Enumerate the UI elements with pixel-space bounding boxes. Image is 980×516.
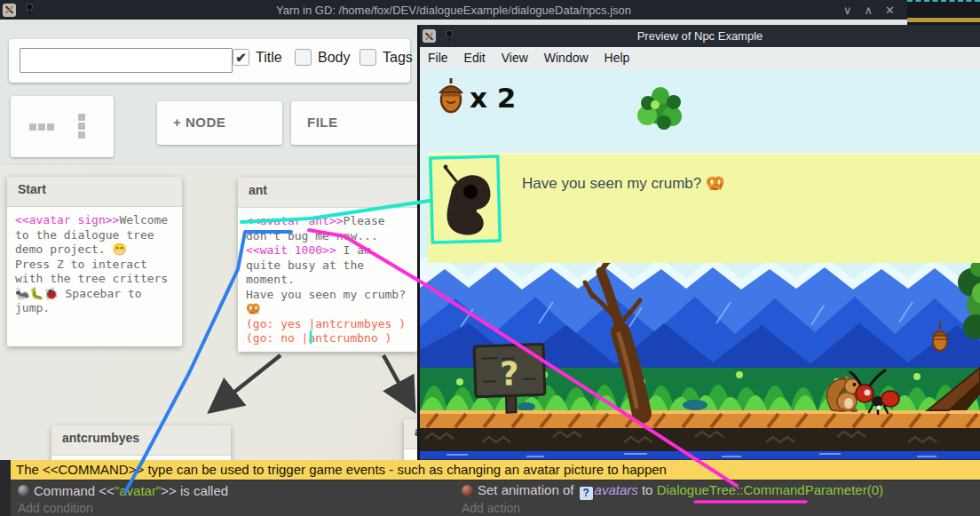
tags-checkbox-label: Tags bbox=[383, 50, 413, 66]
preview-window-title: Preview of Npc Example bbox=[420, 29, 980, 43]
action-icon bbox=[462, 485, 473, 496]
tags-checkbox[interactable] bbox=[360, 49, 376, 66]
layout-toggle-button[interactable] bbox=[11, 96, 114, 157]
dialogue-avatar-ant-head bbox=[442, 162, 497, 240]
action-row[interactable]: Set animation of ?avatars to DialogueTre… bbox=[454, 480, 980, 501]
add-action-button[interactable]: Add action bbox=[454, 501, 980, 516]
preview-window: Preview of Npc Example File Edit View Wi… bbox=[417, 25, 980, 516]
title-checkbox-label: Title bbox=[256, 50, 282, 66]
screen: Yarn in GD: /home/fox/DEV/dialogueExampl… bbox=[0, 0, 980, 516]
menu-window[interactable]: Window bbox=[536, 47, 597, 69]
menu-file[interactable]: File bbox=[420, 47, 456, 69]
event-gutter bbox=[0, 460, 11, 516]
background-window-highlight bbox=[907, 18, 980, 22]
node-antcrumbyes-title: antcrumbyes bbox=[51, 425, 231, 456]
horizontal-layout-icon bbox=[29, 123, 54, 131]
yarn-window-title: Yarn in GD: /home/fox/DEV/dialogueExampl… bbox=[0, 4, 907, 17]
game-viewport[interactable]: ? bbox=[420, 69, 980, 459]
search-input[interactable] bbox=[20, 48, 233, 73]
file-button[interactable]: FILE bbox=[291, 101, 419, 145]
body-checkbox[interactable] bbox=[295, 49, 312, 66]
filter-tags[interactable]: Tags bbox=[360, 49, 413, 66]
action-text: Set animation of ?avatars to DialogueTre… bbox=[478, 482, 883, 500]
hud-count-text: x 2 bbox=[470, 82, 516, 114]
node-start-body: <<avatar sign>>Welcometo the dialogue tr… bbox=[7, 207, 182, 322]
tooltip-bar: The <<COMMAND>> type can be used to trig… bbox=[11, 460, 980, 480]
minimize-button[interactable]: ∨ bbox=[843, 4, 852, 17]
add-node-button[interactable]: + NODE bbox=[157, 101, 282, 145]
background-window-sliver bbox=[907, 0, 980, 27]
ground bbox=[420, 410, 980, 459]
menu-help[interactable]: Help bbox=[597, 47, 638, 69]
body-checkbox-label: Body bbox=[318, 50, 350, 66]
menu-view[interactable]: View bbox=[494, 47, 536, 69]
condition-row[interactable]: Command <<"avatar">> is called bbox=[11, 480, 453, 501]
tooltip-text: The <<COMMAND>> type can be used to trig… bbox=[16, 462, 667, 477]
node-start[interactable]: Start <<avatar sign>>Welcometo the dialo… bbox=[7, 177, 182, 346]
node-ant-title: ant bbox=[238, 178, 417, 208]
question-icon: ? bbox=[580, 487, 593, 500]
event-action-column: Set animation of ?avatars to DialogueTre… bbox=[454, 480, 980, 516]
vertical-layout-icon bbox=[78, 114, 85, 139]
title-checkbox[interactable]: ✔ bbox=[233, 49, 249, 66]
filter-title[interactable]: ✔ Title bbox=[233, 49, 282, 66]
dialogue-box: Have you seen my crumb? 🥨 bbox=[428, 153, 980, 263]
close-button[interactable]: ✕ bbox=[885, 4, 895, 17]
yarn-titlebar: Yarn in GD: /home/fox/DEV/dialogueExampl… bbox=[0, 0, 907, 20]
event-condition-column: Command <<"avatar">> is called Add condi… bbox=[11, 480, 453, 516]
event-sheet-panel: The <<COMMAND>> type can be used to trig… bbox=[0, 460, 980, 516]
node-ant-body: <<avatar ant>>Pleasedon't bug me now...<… bbox=[238, 208, 417, 353]
filter-body[interactable]: Body bbox=[295, 49, 350, 66]
preview-titlebar: Preview of Npc Example bbox=[420, 25, 980, 47]
add-condition-button[interactable]: Add condition bbox=[11, 501, 453, 516]
sign-question-glyph: ? bbox=[500, 354, 520, 393]
node-start-title: Start bbox=[7, 177, 182, 207]
condition-icon bbox=[18, 485, 29, 496]
node-ant[interactable]: ant <<avatar ant>>Pleasedon't bug me now… bbox=[238, 178, 417, 352]
menu-edit[interactable]: Edit bbox=[456, 47, 494, 69]
dialogue-text: Have you seen my crumb? 🥨 bbox=[522, 174, 724, 193]
search-toolbar: ✔ Title Body Tags bbox=[9, 39, 410, 83]
maximize-button[interactable]: ∧ bbox=[865, 4, 873, 17]
condition-text: Command <<"avatar">> is called bbox=[34, 483, 228, 498]
preview-menubar: File Edit View Window Help bbox=[420, 47, 980, 69]
